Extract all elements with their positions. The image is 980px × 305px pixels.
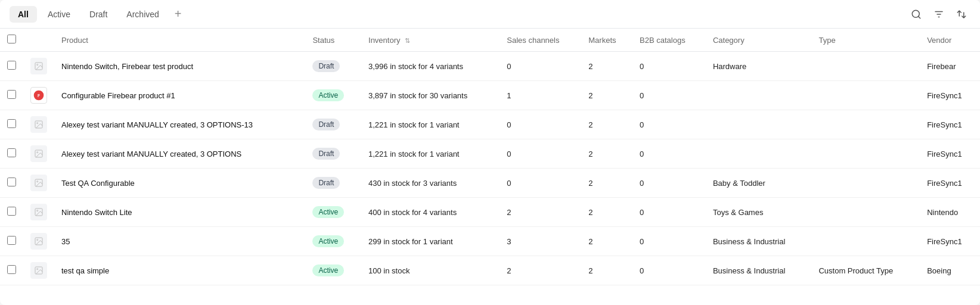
markets-cell: 2 bbox=[581, 227, 632, 256]
row-checkbox[interactable] bbox=[7, 178, 16, 186]
sales-channels-cell: 2 bbox=[500, 256, 581, 285]
sales-channels-cell: 0 bbox=[500, 139, 581, 169]
svg-text:F: F bbox=[38, 94, 40, 98]
row-checkbox[interactable] bbox=[7, 207, 16, 216]
category-cell: Baby & Toddler bbox=[706, 169, 812, 198]
tab-active[interactable]: Active bbox=[39, 6, 79, 23]
product-name-cell: Nintendo Switch Lite bbox=[54, 198, 305, 227]
product-thumbnail bbox=[30, 262, 47, 279]
product-name-cell: Alexey test variant MANUALLY created, 3 … bbox=[54, 139, 305, 169]
image-placeholder-icon bbox=[34, 61, 44, 71]
row-checkbox-cell bbox=[0, 81, 23, 110]
header-inventory[interactable]: Inventory ⇅ bbox=[361, 29, 500, 52]
tab-all[interactable]: All bbox=[10, 6, 37, 23]
header-product: Product bbox=[54, 29, 305, 52]
b2b-catalogs-cell: 0 bbox=[632, 198, 706, 227]
category-cell bbox=[706, 139, 812, 169]
b2b-catalogs-cell: 0 bbox=[632, 256, 706, 285]
row-icon-cell bbox=[23, 110, 54, 139]
status-cell: Active bbox=[305, 81, 361, 110]
status-cell: Draft bbox=[305, 169, 361, 198]
table-row: Nintendo Switch LiteActive400 in stock f… bbox=[0, 198, 980, 227]
table-row: Alexey test variant MANUALLY created, 3 … bbox=[0, 139, 980, 169]
markets-cell: 2 bbox=[581, 81, 632, 110]
svg-point-20 bbox=[37, 269, 38, 270]
svg-line-1 bbox=[918, 16, 920, 18]
table-row: 35Active299 in stock for 1 variant320Bus… bbox=[0, 227, 980, 256]
header-status: Status bbox=[305, 29, 361, 52]
header-type: Type bbox=[811, 29, 920, 52]
table-row: Test QA ConfigurableDraft430 in stock fo… bbox=[0, 169, 980, 198]
image-placeholder-icon bbox=[34, 236, 44, 246]
status-cell: Draft bbox=[305, 52, 361, 81]
row-checkbox[interactable] bbox=[7, 61, 16, 70]
vendor-cell: FireSync1 bbox=[920, 227, 980, 256]
status-badge: Active bbox=[312, 89, 344, 101]
tab-draft[interactable]: Draft bbox=[81, 6, 116, 23]
svg-point-18 bbox=[37, 239, 38, 241]
table-header: Product Status Inventory ⇅ Sales channel… bbox=[0, 29, 980, 52]
sort-button[interactable] bbox=[953, 5, 970, 23]
row-icon-cell bbox=[23, 198, 54, 227]
row-checkbox-cell bbox=[0, 139, 23, 169]
row-checkbox-cell bbox=[0, 52, 23, 81]
table-row: Alexey test variant MANUALLY created, 3 … bbox=[0, 110, 980, 139]
svg-point-16 bbox=[37, 210, 38, 211]
image-placeholder-icon bbox=[34, 207, 44, 217]
row-checkbox[interactable] bbox=[7, 90, 16, 99]
product-thumbnail bbox=[30, 175, 47, 191]
status-badge: Draft bbox=[312, 119, 340, 130]
filter-button[interactable] bbox=[930, 5, 948, 23]
header-markets: Markets bbox=[581, 29, 632, 52]
svg-point-12 bbox=[37, 152, 38, 153]
image-placeholder-icon bbox=[34, 178, 44, 188]
row-checkbox[interactable] bbox=[7, 148, 16, 157]
category-cell: Business & Industrial bbox=[706, 256, 812, 285]
select-all-checkbox[interactable] bbox=[7, 35, 16, 43]
row-icon-cell bbox=[23, 227, 54, 256]
markets-cell: 2 bbox=[581, 169, 632, 198]
sales-channels-cell: 2 bbox=[500, 198, 581, 227]
top-bar: All Active Draft Archived + bbox=[0, 0, 980, 29]
header-checkbox-col bbox=[0, 29, 23, 52]
row-icon-cell: F bbox=[23, 81, 54, 110]
row-checkbox-cell bbox=[0, 256, 23, 285]
add-tab-button[interactable]: + bbox=[170, 5, 187, 23]
sales-channels-cell: 0 bbox=[500, 169, 581, 198]
table-row: Nintendo Switch, Firebear test productDr… bbox=[0, 52, 980, 81]
row-icon-cell bbox=[23, 52, 54, 81]
product-thumbnail bbox=[30, 233, 47, 250]
inventory-cell: 430 in stock for 3 variants bbox=[361, 169, 500, 198]
status-badge: Active bbox=[312, 264, 344, 276]
image-placeholder-icon bbox=[34, 266, 44, 275]
type-cell bbox=[811, 169, 920, 198]
row-checkbox[interactable] bbox=[7, 119, 16, 128]
product-thumbnail bbox=[30, 145, 47, 162]
row-checkbox[interactable] bbox=[7, 236, 16, 245]
svg-point-10 bbox=[37, 123, 38, 124]
header-b2b-catalogs: B2B catalogs bbox=[632, 29, 706, 52]
product-thumbnail bbox=[30, 116, 47, 133]
inventory-cell: 3,996 in stock for 4 variants bbox=[361, 52, 500, 81]
header-sales-channels: Sales channels bbox=[500, 29, 581, 52]
vendor-cell: FireSync1 bbox=[920, 169, 980, 198]
svg-point-14 bbox=[37, 181, 38, 182]
product-name-cell: Alexey test variant MANUALLY created, 3 … bbox=[54, 110, 305, 139]
inventory-cell: 100 in stock bbox=[361, 256, 500, 285]
b2b-catalogs-cell: 0 bbox=[632, 52, 706, 81]
b2b-catalogs-cell: 0 bbox=[632, 139, 706, 169]
status-badge: Draft bbox=[312, 148, 340, 160]
inventory-cell: 1,221 in stock for 1 variant bbox=[361, 110, 500, 139]
product-thumbnail bbox=[30, 58, 47, 74]
product-name-cell: test qa simple bbox=[54, 256, 305, 285]
tab-archived[interactable]: Archived bbox=[118, 6, 167, 23]
table-body: Nintendo Switch, Firebear test productDr… bbox=[0, 52, 980, 285]
markets-cell: 2 bbox=[581, 256, 632, 285]
row-checkbox[interactable] bbox=[7, 265, 16, 274]
header-icon-col bbox=[23, 29, 54, 52]
b2b-catalogs-cell: 0 bbox=[632, 227, 706, 256]
search-button[interactable] bbox=[907, 5, 925, 23]
status-cell: Draft bbox=[305, 139, 361, 169]
product-name-cell: 35 bbox=[54, 227, 305, 256]
filter-icon bbox=[934, 9, 944, 20]
